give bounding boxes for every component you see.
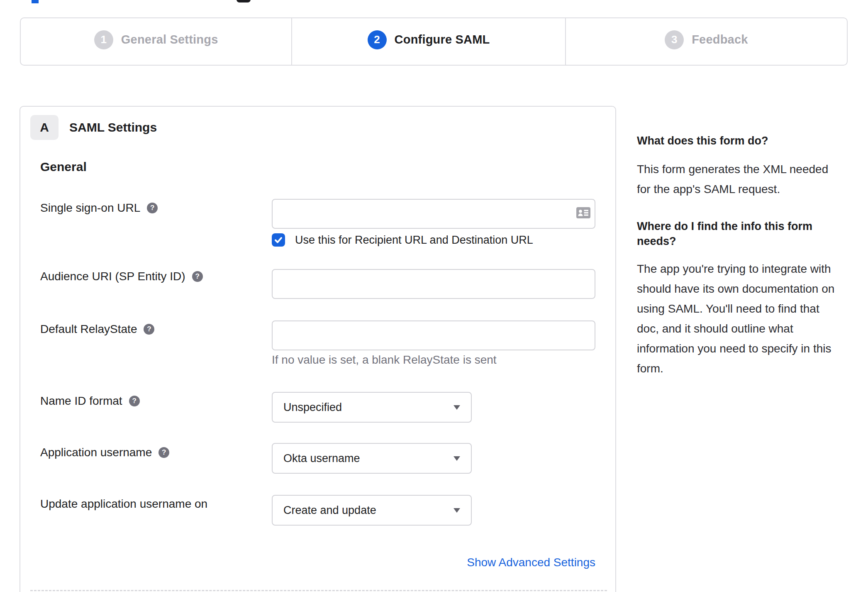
recipient-url-checkbox-label: Use this for Recipient URL and Destinati… [295, 234, 533, 247]
relaystate-input[interactable] [272, 320, 595, 350]
audience-uri-label: Audience URI (SP Entity ID) ? [40, 269, 203, 284]
recipient-url-checkbox[interactable] [272, 233, 285, 247]
nameid-format-value: Unspecified [283, 401, 342, 414]
sidebar-answer-2: The app you're trying to integrate withs… [637, 259, 834, 379]
sidebar-question-2: Where do I find the info this formneeds? [637, 219, 812, 249]
sso-url-label-text: Single sign-on URL [40, 201, 140, 215]
show-advanced-settings-link[interactable]: Show Advanced Settings [272, 556, 595, 569]
saml-settings-panel: A SAML Settings General Single sign-on U… [20, 106, 616, 592]
sso-url-help-icon[interactable]: ? [147, 203, 158, 213]
update-username-select[interactable]: Create and update [272, 495, 472, 526]
dropdown-caret-icon [454, 405, 460, 410]
step-2-label: Configure SAML [395, 33, 490, 46]
audience-uri-help-icon[interactable]: ? [192, 271, 203, 282]
audience-uri-label-text: Audience URI (SP Entity ID) [40, 269, 185, 284]
relaystate-help-icon[interactable]: ? [144, 324, 154, 335]
advanced-section-divider [30, 590, 607, 591]
step-1-circle: 1 [94, 30, 113, 49]
sso-url-input[interactable] [272, 199, 595, 229]
sidebar-answer-1: This form generates the XML neededfor th… [637, 159, 828, 199]
nameid-format-label-text: Name ID format [40, 394, 122, 408]
general-group-title: General [40, 160, 87, 174]
dropdown-caret-icon [454, 456, 460, 461]
section-a-badge: A [30, 115, 59, 140]
dropdown-caret-icon [454, 508, 460, 513]
app-username-label: Application username ? [40, 445, 169, 460]
nameid-format-help-icon[interactable]: ? [129, 396, 140, 406]
update-username-label: Update application username on [40, 497, 207, 511]
sso-url-label: Single sign-on URL ? [40, 201, 158, 215]
nameid-format-select[interactable]: Unspecified [272, 392, 472, 423]
step-2-circle: 2 [368, 30, 387, 49]
section-title: SAML Settings [69, 121, 157, 134]
sidebar-question-1: What does this form do? [637, 133, 768, 148]
clipped-tab-indicator [32, 0, 39, 3]
update-username-label-text: Update application username on [40, 497, 207, 511]
audience-uri-input[interactable] [272, 269, 595, 299]
relaystate-helper-text: If no value is set, a blank RelayState i… [272, 353, 497, 367]
app-username-select[interactable]: Okta username [272, 443, 472, 474]
app-username-label-text: Application username [40, 445, 152, 460]
app-username-help-icon[interactable]: ? [158, 447, 169, 458]
update-username-value: Create and update [283, 504, 376, 517]
configure-saml-page: 1 General Settings 2 Configure SAML 3 Fe… [0, 0, 868, 592]
relaystate-label-text: Default RelayState [40, 322, 137, 336]
nameid-format-label: Name ID format ? [40, 394, 140, 408]
recipient-url-checkbox-row: Use this for Recipient URL and Destinati… [272, 233, 533, 247]
relaystate-label: Default RelayState ? [40, 322, 154, 336]
step-1-label: General Settings [121, 33, 218, 46]
step-configure-saml[interactable]: 2 Configure SAML [291, 18, 565, 65]
help-sidebar: What does this form do? This form genera… [637, 0, 853, 592]
app-username-value: Okta username [283, 452, 360, 465]
clipped-toggle [237, 0, 251, 2]
step-general-settings[interactable]: 1 General Settings [21, 18, 291, 65]
contact-card-icon [576, 207, 590, 218]
